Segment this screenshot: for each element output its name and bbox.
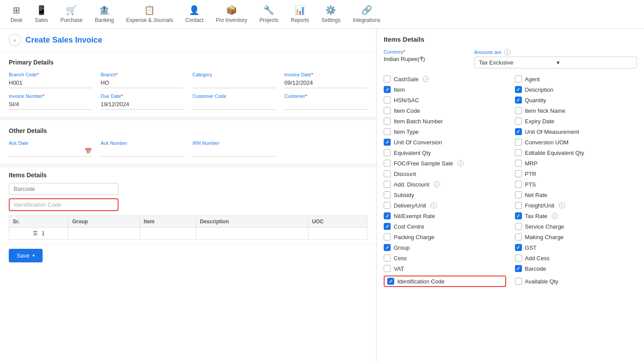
ack-date-input[interactable]: 📅 bbox=[9, 147, 92, 157]
checkbox-packing_charge[interactable] bbox=[384, 233, 391, 240]
checkbox-item-foc_free[interactable]: FOC/Free Sample Salei bbox=[384, 160, 506, 167]
nav-projects[interactable]: 🔧 Projects bbox=[253, 0, 284, 29]
checkbox-item-editable_equivalent_qty[interactable]: Editable Equivalent Qty bbox=[515, 149, 637, 156]
checkbox-cess[interactable] bbox=[384, 254, 391, 262]
checkbox-vat[interactable] bbox=[384, 265, 391, 272]
invoice-number-value[interactable]: SI/4 bbox=[9, 100, 92, 110]
checkbox-item-discount[interactable]: Discount bbox=[384, 170, 506, 177]
checkbox-mrp[interactable] bbox=[515, 160, 522, 167]
checkbox-item-identification_code[interactable]: Identification Code bbox=[384, 276, 506, 287]
nav-reports[interactable]: 📊 Reports bbox=[284, 0, 315, 29]
checkbox-item-vat[interactable]: VAT bbox=[384, 265, 506, 272]
checkbox-item-making_charge[interactable]: Making Charge bbox=[515, 233, 637, 240]
checkbox-item-service_charge[interactable]: Service Charge bbox=[515, 223, 637, 230]
checkbox-unit_of_measurement[interactable] bbox=[515, 128, 522, 135]
checkbox-agent[interactable] bbox=[515, 75, 522, 82]
checkbox-add_discount[interactable] bbox=[384, 181, 391, 188]
nav-sales[interactable]: 📱 Sales bbox=[29, 0, 54, 29]
nav-expense[interactable]: 📋 Expense & Journals bbox=[120, 0, 179, 29]
checkbox-editable_equivalent_qty[interactable] bbox=[515, 149, 522, 156]
amounts-select[interactable]: Tax Exclusive ▾ bbox=[474, 57, 637, 68]
customer-code-value[interactable] bbox=[193, 100, 276, 110]
row-drag[interactable]: ☰ 1 bbox=[9, 228, 68, 240]
checkbox-hsn_sac[interactable] bbox=[384, 97, 391, 104]
checkbox-item_code[interactable] bbox=[384, 107, 391, 114]
category-value[interactable] bbox=[193, 79, 276, 88]
checkbox-item[interactable] bbox=[384, 86, 391, 93]
delivery_unit-info-icon[interactable]: i bbox=[431, 202, 437, 208]
cash_sale-info-icon[interactable]: i bbox=[423, 76, 429, 82]
checkbox-item-agent[interactable]: Agent bbox=[515, 75, 637, 82]
back-button[interactable]: ‹ bbox=[9, 34, 21, 46]
checkbox-item-cess[interactable]: Cess bbox=[384, 254, 506, 262]
checkbox-item-item_code[interactable]: Item Code bbox=[384, 107, 506, 114]
checkbox-item-item_nick_name[interactable]: Item Nick Name bbox=[515, 107, 637, 114]
checkbox-making_charge[interactable] bbox=[515, 233, 522, 240]
checkbox-equivalent_qty[interactable] bbox=[384, 149, 391, 156]
nav-desk[interactable]: ⊞ Desk bbox=[4, 0, 29, 29]
checkbox-net_rate[interactable] bbox=[515, 191, 522, 198]
checkbox-cost_centre[interactable] bbox=[384, 223, 391, 230]
checkbox-available_qty[interactable] bbox=[515, 278, 522, 285]
checkbox-item-net_rate[interactable]: Net Rate bbox=[515, 191, 637, 198]
checkbox-item-barcode[interactable]: Barcode bbox=[515, 265, 637, 272]
checkbox-item-mrp[interactable]: MRP bbox=[515, 160, 637, 167]
checkbox-cash_sale[interactable] bbox=[384, 75, 391, 82]
amounts-info-icon[interactable]: i bbox=[504, 49, 511, 55]
checkbox-item-add_cess[interactable]: Add Cess bbox=[515, 254, 637, 262]
checkbox-description[interactable] bbox=[515, 86, 522, 93]
nav-banking[interactable]: 🏦 Banking bbox=[89, 0, 120, 29]
checkbox-identification_code[interactable] bbox=[387, 278, 394, 285]
checkbox-quantity[interactable] bbox=[515, 97, 522, 104]
checkbox-foc_free[interactable] bbox=[384, 160, 391, 167]
checkbox-service_charge[interactable] bbox=[515, 223, 522, 230]
checkbox-unit_of_conversion[interactable] bbox=[384, 139, 391, 146]
checkbox-item-packing_charge[interactable]: Packing Charge bbox=[384, 233, 506, 240]
nav-integrations[interactable]: 🔗 Integrations bbox=[347, 0, 387, 29]
add_discount-info-icon[interactable]: i bbox=[434, 181, 440, 187]
checkbox-item-group[interactable]: Group bbox=[384, 244, 506, 251]
invoice-date-value[interactable]: 09/12/2024 bbox=[284, 79, 367, 88]
checkbox-delivery_unit[interactable] bbox=[384, 202, 391, 209]
checkbox-discount[interactable] bbox=[384, 170, 391, 177]
checkbox-add_cess[interactable] bbox=[515, 254, 522, 262]
nav-contact[interactable]: 👤 Contact bbox=[179, 0, 209, 29]
checkbox-tax_rate[interactable] bbox=[515, 212, 522, 219]
checkbox-item-pts[interactable]: PTS bbox=[515, 181, 637, 188]
row-description[interactable] bbox=[196, 228, 308, 240]
checkbox-ptr[interactable] bbox=[515, 170, 522, 177]
checkbox-subsidy[interactable] bbox=[384, 191, 391, 198]
row-group[interactable] bbox=[68, 228, 140, 240]
nav-settings[interactable]: ⚙️ Settings bbox=[315, 0, 346, 29]
checkbox-item_type[interactable] bbox=[384, 128, 391, 135]
checkbox-item-nil_exempt_rate[interactable]: Nil/Exempt Rate bbox=[384, 212, 506, 219]
checkbox-item_batch_number[interactable] bbox=[384, 118, 391, 125]
checkbox-expiry_date[interactable] bbox=[515, 118, 522, 125]
checkbox-item-description[interactable]: Description bbox=[515, 86, 637, 93]
checkbox-gst[interactable] bbox=[515, 244, 522, 251]
checkbox-item-item[interactable]: Item bbox=[384, 86, 506, 93]
checkbox-item-equivalent_qty[interactable]: Equivalent Qty bbox=[384, 149, 506, 156]
tax_rate-info-icon[interactable]: i bbox=[552, 213, 558, 219]
checkbox-item-hsn_sac[interactable]: HSN/SAC bbox=[384, 97, 506, 104]
checkbox-item-item_batch_number[interactable]: Item Batch Number bbox=[384, 118, 506, 125]
currency-value[interactable]: Indian Rupee(₹) bbox=[384, 56, 465, 62]
identification-code-input[interactable]: Identification Code bbox=[9, 198, 119, 211]
checkbox-item-expiry_date[interactable]: Expiry Date bbox=[515, 118, 637, 125]
checkbox-item-unit_of_measurement[interactable]: Unit Of Measurement bbox=[515, 128, 637, 135]
checkbox-conversion_uom[interactable] bbox=[515, 139, 522, 146]
checkbox-item-unit_of_conversion[interactable]: Unit Of Conversion bbox=[384, 139, 506, 146]
barcode-input[interactable] bbox=[9, 183, 119, 195]
checkbox-item_nick_name[interactable] bbox=[515, 107, 522, 114]
ack-date-calendar-icon[interactable]: 📅 bbox=[85, 148, 92, 154]
checkbox-item-freight_unit[interactable]: Freight/Uniti bbox=[515, 202, 637, 209]
irn-number-input[interactable] bbox=[193, 147, 276, 157]
checkbox-item-ptr[interactable]: PTR bbox=[515, 170, 637, 177]
checkbox-barcode[interactable] bbox=[515, 265, 522, 272]
row-item[interactable] bbox=[140, 228, 196, 240]
checkbox-item-add_discount[interactable]: Add. Discounti bbox=[384, 181, 506, 188]
row-uoc[interactable] bbox=[308, 228, 367, 240]
checkbox-item-delivery_unit[interactable]: Delivery/Uniti bbox=[384, 202, 506, 209]
checkbox-item-tax_rate[interactable]: Tax Ratei bbox=[515, 212, 637, 219]
branch-value[interactable]: HO bbox=[101, 79, 183, 88]
